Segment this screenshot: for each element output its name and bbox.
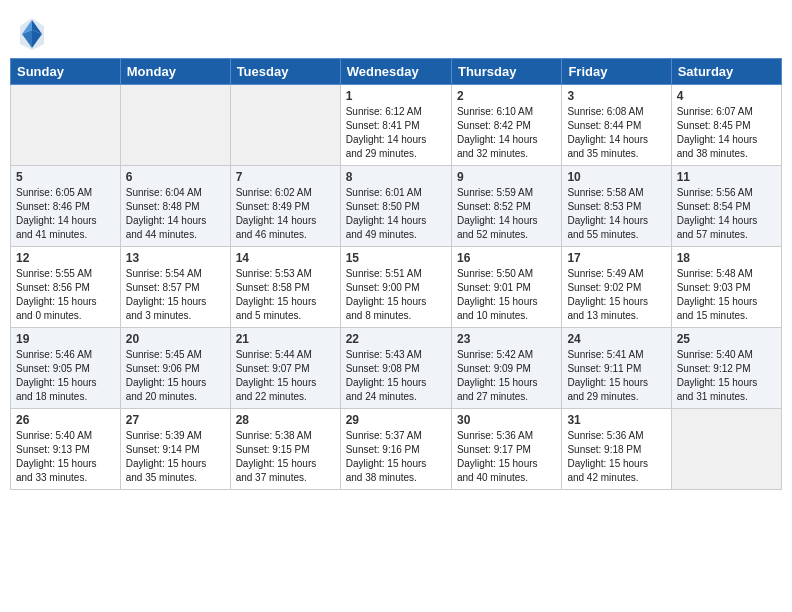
day-of-week-header: Sunday	[11, 59, 121, 85]
day-info: Sunrise: 5:51 AM Sunset: 9:00 PM Dayligh…	[346, 267, 446, 323]
day-number: 21	[236, 332, 335, 346]
day-number: 7	[236, 170, 335, 184]
day-number: 30	[457, 413, 556, 427]
day-number: 9	[457, 170, 556, 184]
calendar-day-cell: 10Sunrise: 5:58 AM Sunset: 8:53 PM Dayli…	[562, 166, 671, 247]
calendar-day-cell	[11, 85, 121, 166]
day-info: Sunrise: 5:59 AM Sunset: 8:52 PM Dayligh…	[457, 186, 556, 242]
calendar-day-cell: 27Sunrise: 5:39 AM Sunset: 9:14 PM Dayli…	[120, 409, 230, 490]
calendar-day-cell: 6Sunrise: 6:04 AM Sunset: 8:48 PM Daylig…	[120, 166, 230, 247]
calendar-day-cell: 29Sunrise: 5:37 AM Sunset: 9:16 PM Dayli…	[340, 409, 451, 490]
calendar-day-cell: 31Sunrise: 5:36 AM Sunset: 9:18 PM Dayli…	[562, 409, 671, 490]
day-number: 10	[567, 170, 665, 184]
day-info: Sunrise: 5:48 AM Sunset: 9:03 PM Dayligh…	[677, 267, 776, 323]
day-info: Sunrise: 5:45 AM Sunset: 9:06 PM Dayligh…	[126, 348, 225, 404]
day-of-week-header: Wednesday	[340, 59, 451, 85]
day-of-week-header: Thursday	[451, 59, 561, 85]
calendar-day-cell: 25Sunrise: 5:40 AM Sunset: 9:12 PM Dayli…	[671, 328, 781, 409]
calendar-week-row: 19Sunrise: 5:46 AM Sunset: 9:05 PM Dayli…	[11, 328, 782, 409]
day-number: 6	[126, 170, 225, 184]
calendar-day-cell: 15Sunrise: 5:51 AM Sunset: 9:00 PM Dayli…	[340, 247, 451, 328]
day-number: 2	[457, 89, 556, 103]
day-info: Sunrise: 5:36 AM Sunset: 9:17 PM Dayligh…	[457, 429, 556, 485]
day-info: Sunrise: 5:49 AM Sunset: 9:02 PM Dayligh…	[567, 267, 665, 323]
calendar-day-cell: 16Sunrise: 5:50 AM Sunset: 9:01 PM Dayli…	[451, 247, 561, 328]
day-number: 15	[346, 251, 446, 265]
calendar-header-row: SundayMondayTuesdayWednesdayThursdayFrid…	[11, 59, 782, 85]
day-info: Sunrise: 5:44 AM Sunset: 9:07 PM Dayligh…	[236, 348, 335, 404]
day-of-week-header: Tuesday	[230, 59, 340, 85]
page-header	[10, 10, 782, 52]
calendar-day-cell: 26Sunrise: 5:40 AM Sunset: 9:13 PM Dayli…	[11, 409, 121, 490]
calendar-day-cell: 8Sunrise: 6:01 AM Sunset: 8:50 PM Daylig…	[340, 166, 451, 247]
calendar-table: SundayMondayTuesdayWednesdayThursdayFrid…	[10, 58, 782, 490]
logo	[18, 16, 48, 52]
calendar-day-cell: 22Sunrise: 5:43 AM Sunset: 9:08 PM Dayli…	[340, 328, 451, 409]
day-info: Sunrise: 5:53 AM Sunset: 8:58 PM Dayligh…	[236, 267, 335, 323]
day-number: 14	[236, 251, 335, 265]
day-info: Sunrise: 6:05 AM Sunset: 8:46 PM Dayligh…	[16, 186, 115, 242]
day-info: Sunrise: 5:39 AM Sunset: 9:14 PM Dayligh…	[126, 429, 225, 485]
calendar-day-cell: 24Sunrise: 5:41 AM Sunset: 9:11 PM Dayli…	[562, 328, 671, 409]
day-info: Sunrise: 5:56 AM Sunset: 8:54 PM Dayligh…	[677, 186, 776, 242]
day-info: Sunrise: 5:46 AM Sunset: 9:05 PM Dayligh…	[16, 348, 115, 404]
calendar-week-row: 26Sunrise: 5:40 AM Sunset: 9:13 PM Dayli…	[11, 409, 782, 490]
day-number: 8	[346, 170, 446, 184]
calendar-day-cell: 12Sunrise: 5:55 AM Sunset: 8:56 PM Dayli…	[11, 247, 121, 328]
day-number: 3	[567, 89, 665, 103]
day-number: 31	[567, 413, 665, 427]
calendar-day-cell: 1Sunrise: 6:12 AM Sunset: 8:41 PM Daylig…	[340, 85, 451, 166]
calendar-day-cell: 2Sunrise: 6:10 AM Sunset: 8:42 PM Daylig…	[451, 85, 561, 166]
day-of-week-header: Friday	[562, 59, 671, 85]
calendar-day-cell: 3Sunrise: 6:08 AM Sunset: 8:44 PM Daylig…	[562, 85, 671, 166]
day-number: 18	[677, 251, 776, 265]
day-number: 28	[236, 413, 335, 427]
day-info: Sunrise: 6:08 AM Sunset: 8:44 PM Dayligh…	[567, 105, 665, 161]
calendar-day-cell: 14Sunrise: 5:53 AM Sunset: 8:58 PM Dayli…	[230, 247, 340, 328]
day-number: 16	[457, 251, 556, 265]
day-info: Sunrise: 6:04 AM Sunset: 8:48 PM Dayligh…	[126, 186, 225, 242]
calendar-day-cell: 20Sunrise: 5:45 AM Sunset: 9:06 PM Dayli…	[120, 328, 230, 409]
calendar-day-cell: 28Sunrise: 5:38 AM Sunset: 9:15 PM Dayli…	[230, 409, 340, 490]
day-info: Sunrise: 5:58 AM Sunset: 8:53 PM Dayligh…	[567, 186, 665, 242]
calendar-week-row: 1Sunrise: 6:12 AM Sunset: 8:41 PM Daylig…	[11, 85, 782, 166]
calendar-day-cell	[230, 85, 340, 166]
day-info: Sunrise: 5:50 AM Sunset: 9:01 PM Dayligh…	[457, 267, 556, 323]
calendar-day-cell	[120, 85, 230, 166]
day-info: Sunrise: 6:02 AM Sunset: 8:49 PM Dayligh…	[236, 186, 335, 242]
day-number: 25	[677, 332, 776, 346]
day-info: Sunrise: 5:43 AM Sunset: 9:08 PM Dayligh…	[346, 348, 446, 404]
day-info: Sunrise: 6:01 AM Sunset: 8:50 PM Dayligh…	[346, 186, 446, 242]
day-number: 24	[567, 332, 665, 346]
calendar-day-cell: 23Sunrise: 5:42 AM Sunset: 9:09 PM Dayli…	[451, 328, 561, 409]
day-number: 5	[16, 170, 115, 184]
day-number: 22	[346, 332, 446, 346]
calendar-day-cell: 21Sunrise: 5:44 AM Sunset: 9:07 PM Dayli…	[230, 328, 340, 409]
day-info: Sunrise: 5:37 AM Sunset: 9:16 PM Dayligh…	[346, 429, 446, 485]
calendar-day-cell: 18Sunrise: 5:48 AM Sunset: 9:03 PM Dayli…	[671, 247, 781, 328]
day-number: 19	[16, 332, 115, 346]
day-number: 13	[126, 251, 225, 265]
day-info: Sunrise: 6:07 AM Sunset: 8:45 PM Dayligh…	[677, 105, 776, 161]
day-info: Sunrise: 5:38 AM Sunset: 9:15 PM Dayligh…	[236, 429, 335, 485]
day-number: 17	[567, 251, 665, 265]
calendar-day-cell: 17Sunrise: 5:49 AM Sunset: 9:02 PM Dayli…	[562, 247, 671, 328]
day-number: 1	[346, 89, 446, 103]
day-info: Sunrise: 6:10 AM Sunset: 8:42 PM Dayligh…	[457, 105, 556, 161]
day-number: 27	[126, 413, 225, 427]
calendar-day-cell: 5Sunrise: 6:05 AM Sunset: 8:46 PM Daylig…	[11, 166, 121, 247]
day-number: 26	[16, 413, 115, 427]
day-of-week-header: Monday	[120, 59, 230, 85]
calendar-day-cell: 13Sunrise: 5:54 AM Sunset: 8:57 PM Dayli…	[120, 247, 230, 328]
day-info: Sunrise: 5:36 AM Sunset: 9:18 PM Dayligh…	[567, 429, 665, 485]
calendar-day-cell: 11Sunrise: 5:56 AM Sunset: 8:54 PM Dayli…	[671, 166, 781, 247]
day-info: Sunrise: 5:55 AM Sunset: 8:56 PM Dayligh…	[16, 267, 115, 323]
day-number: 20	[126, 332, 225, 346]
day-number: 12	[16, 251, 115, 265]
day-number: 4	[677, 89, 776, 103]
calendar-day-cell	[671, 409, 781, 490]
day-info: Sunrise: 5:42 AM Sunset: 9:09 PM Dayligh…	[457, 348, 556, 404]
day-number: 11	[677, 170, 776, 184]
day-of-week-header: Saturday	[671, 59, 781, 85]
day-info: Sunrise: 6:12 AM Sunset: 8:41 PM Dayligh…	[346, 105, 446, 161]
